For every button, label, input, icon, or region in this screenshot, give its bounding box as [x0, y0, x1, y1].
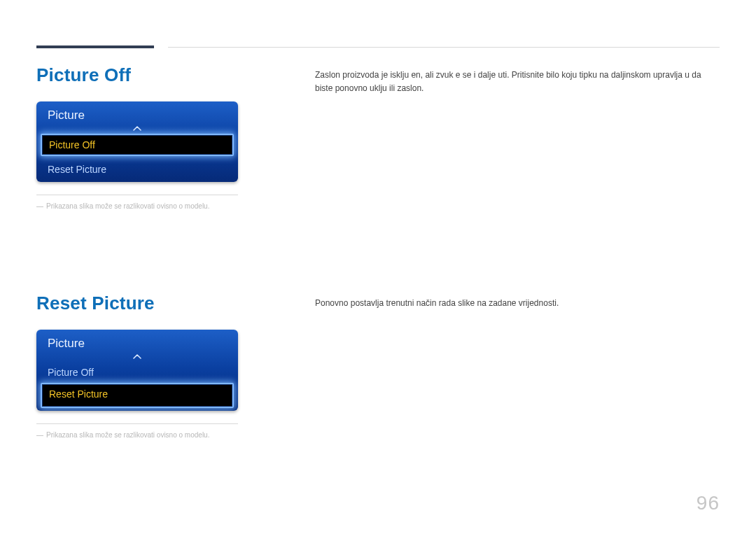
menu-item-reset-picture[interactable]: Reset Picture [36, 159, 238, 182]
menu-panel-picture: Picture Picture Off Reset Picture [36, 330, 238, 411]
scroll-up-icon[interactable] [36, 124, 238, 134]
section-picture-off: Picture Off Picture Picture Off Reset Pi… [36, 64, 720, 210]
section-reset-picture: Reset Picture Picture Picture Off Reset … [36, 293, 720, 439]
scroll-up-icon[interactable] [36, 352, 238, 362]
header-accent-bar [36, 45, 154, 48]
description-reset-picture: Ponovno postavlja trenutni način rada sl… [315, 297, 720, 310]
menu-title: Picture [36, 330, 238, 352]
footnote-rule [36, 423, 238, 424]
menu-item-picture-off[interactable]: Picture Off [41, 134, 234, 156]
footnote-rule [36, 195, 238, 195]
footnote-dash-icon: ― [36, 431, 42, 439]
footnote-dash-icon: ― [36, 202, 42, 210]
footnote: ― Prikazana slika može se razlikovati ov… [36, 431, 315, 439]
heading-reset-picture: Reset Picture [36, 293, 315, 314]
footnote-text: Prikazana slika može se razlikovati ovis… [46, 202, 209, 210]
menu-title: Picture [36, 101, 238, 124]
heading-picture-off: Picture Off [36, 64, 315, 86]
menu-item-reset-picture[interactable]: Reset Picture [41, 383, 234, 408]
description-picture-off: Zaslon proizvoda je isklju en, ali zvuk … [315, 69, 720, 94]
header-rule [168, 47, 720, 48]
menu-panel-picture: Picture Picture Off Reset Picture [36, 101, 238, 182]
page-number: 96 [696, 492, 720, 514]
footnote-text: Prikazana slika može se razlikovati ovis… [46, 431, 209, 439]
footnote: ― Prikazana slika može se razlikovati ov… [36, 202, 315, 210]
menu-item-picture-off[interactable]: Picture Off [36, 362, 238, 383]
